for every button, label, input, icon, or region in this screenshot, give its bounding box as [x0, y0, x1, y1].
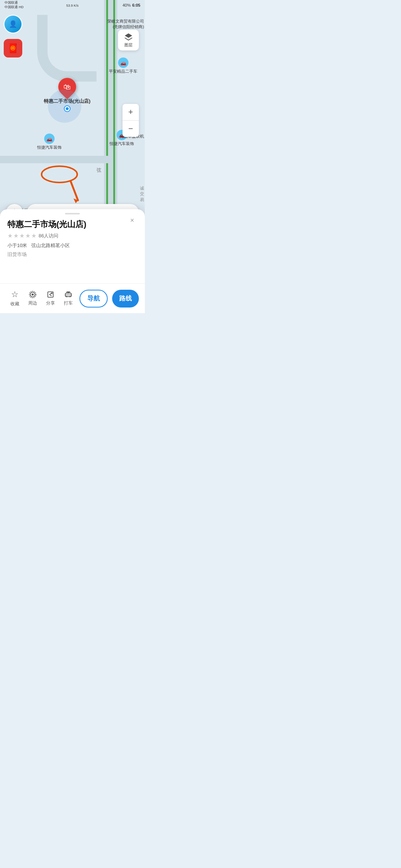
carrier1-label: 中国联通 [4, 1, 50, 5]
star-5: ★ [31, 232, 36, 239]
poi-car1-icon: 🚗 [118, 57, 128, 68]
status-bar: 中国联通 中国联通 HD 53.9 K/s 40% 6:05 [0, 0, 145, 10]
carrier-info: 中国联通 中国联通 HD [4, 1, 50, 9]
svg-rect-22 [68, 292, 69, 293]
selected-poi-marker[interactable]: 🛍 特惠二手市场(光山店) [44, 78, 91, 111]
annotation-arrow-svg [41, 163, 85, 211]
bottom-action-bar: ☆ 收藏 周边 分享 [0, 283, 145, 313]
battery-label: 40% [123, 3, 131, 7]
sheet-address: 小于10米 弦山北路精茗小区 [0, 241, 145, 250]
layers-button[interactable]: 图层 [118, 30, 139, 50]
svg-point-13 [32, 293, 34, 296]
status-right: 40% 6:05 [95, 3, 140, 7]
visit-count: 86人访问 [39, 233, 58, 239]
nearby-label: 周边 [28, 300, 37, 306]
distance-label: 小于10米 [7, 243, 27, 248]
signal-label: 53.9 K/s [66, 4, 78, 7]
taxi-icon [64, 290, 72, 299]
user-avatar[interactable]: 👤 [4, 15, 22, 33]
poi-car1: 🚗 平安精品二手车 [109, 57, 137, 74]
star-3: ★ [19, 232, 25, 239]
signal-info: 53.9 K/s [50, 3, 95, 7]
nearby-action[interactable]: 周边 [24, 290, 42, 306]
orange-arrow-annotation [41, 163, 85, 213]
taxi-label: 打车 [64, 300, 73, 306]
layers-icon [124, 33, 133, 42]
svg-marker-0 [125, 33, 132, 38]
favorite-label: 收藏 [10, 301, 19, 307]
zoom-controls: + − [123, 104, 139, 137]
poi-hengjie-icon: 🚗 [44, 134, 55, 144]
sheet-title: 特惠二手市场(光山店) [0, 217, 145, 230]
poi-rongqi-line2: (壳牌信阳经销商) [113, 24, 144, 29]
favorite-action[interactable]: ☆ 收藏 [6, 290, 24, 307]
poi-rongqi-line1: 荣岐文商贸有限公司 [107, 19, 144, 23]
layers-label: 图层 [124, 42, 133, 48]
svg-line-11 [71, 181, 78, 200]
sheet-rating: ★ ★ ★ ★ ★ 86人访问 [0, 230, 145, 241]
sheet-handle[interactable] [65, 213, 80, 214]
red-envelope-icon[interactable]: 🧧 [4, 39, 22, 57]
share-action[interactable]: 分享 [42, 290, 59, 306]
bottom-sheet: × 特惠二手市场(光山店) ★ ★ ★ ★ ★ 86人访问 小于10米 弦山北路… [0, 209, 145, 313]
svg-rect-17 [51, 293, 53, 294]
poi-hengjie: 🚗 恒捷汽车装饰 [37, 134, 62, 150]
curved-road [37, 15, 97, 82]
share-icon [46, 290, 55, 299]
svg-point-19 [66, 296, 68, 297]
map-text-right: 诚交易 [140, 185, 144, 203]
route-button[interactable]: 路线 [112, 290, 139, 308]
svg-point-20 [69, 296, 71, 297]
address-label: 弦山北路精茗小区 [31, 243, 70, 248]
star-1: ★ [7, 232, 13, 239]
map-text-x: 弦 [97, 167, 101, 174]
share-label: 分享 [46, 300, 55, 306]
star-2: ★ [13, 232, 19, 239]
zoom-in-button[interactable]: + [123, 104, 139, 120]
time-label: 6:05 [132, 3, 140, 7]
favorite-icon: ☆ [11, 290, 19, 299]
nearby-icon [29, 290, 37, 299]
star-rating: ★ ★ ★ ★ ★ [7, 232, 36, 239]
taxi-action[interactable]: 打车 [59, 290, 77, 306]
star-4: ★ [25, 232, 30, 239]
svg-point-10 [42, 166, 77, 183]
zoom-out-button[interactable]: − [123, 121, 139, 137]
nav-button[interactable]: 导航 [79, 290, 108, 308]
sheet-close-button[interactable]: × [127, 215, 137, 226]
sheet-category: 旧货市场 [0, 250, 145, 258]
carrier2-label: 中国联通 HD [4, 5, 50, 10]
horizontal-road [0, 156, 111, 163]
